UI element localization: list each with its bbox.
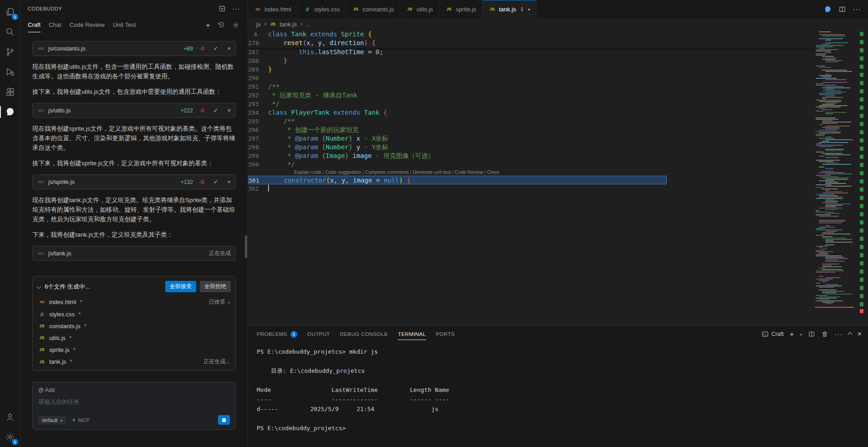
run-debug-icon[interactable] <box>0 62 20 82</box>
terminal-dropdown-icon[interactable] <box>800 333 802 335</box>
js-file-icon: JS <box>38 334 46 341</box>
maximize-panel-icon[interactable] <box>848 332 852 336</box>
minimap[interactable] <box>814 30 856 325</box>
composer: @ Add 请输入你的任务 default MCP <box>32 382 236 430</box>
codelens-action[interactable]: Explain code <box>294 169 321 175</box>
code-editor[interactable]: 4class Tank extends Sprite {278 reset(x,… <box>248 30 814 325</box>
account-icon[interactable] <box>0 407 20 427</box>
sidebar-scrollbar[interactable] <box>245 235 247 258</box>
sidebar-tab-craft[interactable]: Craft <box>28 18 41 32</box>
terminal[interactable]: PS E:\codebuddy_projetcs> mkdir js 目录: E… <box>248 342 868 447</box>
editor-tab-utils-js[interactable]: JS utils.js <box>400 0 439 18</box>
breadcrumb[interactable]: js JS tank.js ... <box>248 18 868 30</box>
add-context-button[interactable]: @ Add <box>38 387 230 393</box>
editor-tab-sprite-js[interactable]: JSsprite.js <box>439 0 482 18</box>
file-card[interactable]: </>js/tank.js正在生成 <box>32 246 236 261</box>
codelens-action[interactable]: Generate unit test <box>413 169 451 175</box>
new-terminal-icon[interactable]: + <box>790 330 794 338</box>
editor-more-icon[interactable]: ··· <box>853 7 861 11</box>
css-file-icon: # <box>304 5 311 13</box>
sidebar-more-icon[interactable]: ··· <box>232 6 240 11</box>
codebuddy-action-icon[interactable] <box>824 5 832 13</box>
stop-generation-button[interactable] <box>218 415 230 425</box>
files-explorer-icon[interactable]: 1 <box>0 2 20 22</box>
breadcrumb-symbol[interactable]: ... <box>306 21 311 28</box>
panel-tab-problems[interactable]: PROBLEMS1 <box>257 326 297 342</box>
codelens-action[interactable]: Complete comments <box>365 169 409 175</box>
file-card[interactable]: </>js/utils.js+222-0✓× <box>32 103 236 118</box>
code-line-293: 293 */ <box>248 100 814 108</box>
codelens-action[interactable]: Code suggestion <box>325 169 361 175</box>
panel-tab-output[interactable]: OUTPUT <box>307 326 330 342</box>
js-file-icon: JS <box>488 5 496 13</box>
sidebar-tab-code-review[interactable]: Code Review <box>70 18 105 32</box>
breadcrumb-folder[interactable]: js <box>256 21 260 28</box>
generated-file-styles-css[interactable]: #styles.css* <box>33 308 235 320</box>
sidebar-tab-strip: CraftChatCode ReviewUnit Test <box>28 18 136 32</box>
editor-tabs: <>index.html#styles.cssJSconstants.jsJS … <box>248 0 537 18</box>
modified-mark: * <box>78 311 81 318</box>
editor-tab-styles-css[interactable]: #styles.css <box>298 0 346 18</box>
line-number: 295 <box>248 117 268 126</box>
code-line-299: 299 * @param {Image} image - 坦克图像（可选） <box>248 152 814 160</box>
generated-file-sprite-js[interactable]: JSsprite.js* <box>33 344 235 356</box>
line-number: 300 <box>248 160 268 169</box>
panel-tab-ports[interactable]: PORTS <box>436 326 455 342</box>
sidebar-tab-unit-test[interactable]: Unit Test <box>113 18 136 32</box>
extensions-icon[interactable] <box>0 82 20 102</box>
reject-file-button[interactable]: × <box>227 107 231 114</box>
terminal-line: 目录: E:\codebuddy_projetcs <box>257 366 868 376</box>
history-icon[interactable] <box>216 20 225 30</box>
reject-file-button[interactable]: × <box>227 45 231 52</box>
tab-label: styles.css <box>314 6 340 13</box>
model-selector[interactable]: default <box>38 416 66 424</box>
line-number: 293 <box>248 100 268 108</box>
search-icon[interactable] <box>0 22 20 42</box>
file-name: utils.js <box>49 335 66 341</box>
generated-file-index-html[interactable]: <>index.html*已接受 <box>33 296 235 308</box>
editor-tab-tank-js[interactable]: JStank.js1● <box>482 0 537 18</box>
problems-badge: 1 <box>290 331 297 338</box>
split-editor-icon[interactable] <box>838 5 846 13</box>
codelens-action[interactable]: Close <box>487 169 499 175</box>
settings-badge: 1 <box>12 439 18 445</box>
generated-file-utils-js[interactable]: JSutils.js* <box>33 332 235 344</box>
editor-tab-index-html[interactable]: <>index.html <box>248 0 298 18</box>
close-panel-icon[interactable]: × <box>858 330 862 338</box>
codelens-action[interactable]: Code Review <box>455 169 483 175</box>
codebuddy-icon[interactable] <box>0 102 20 122</box>
accept-file-button[interactable]: ✓ <box>213 45 218 52</box>
kill-terminal-icon[interactable] <box>821 330 828 338</box>
chat-settings-icon[interactable] <box>231 20 240 30</box>
add-panel-icon[interactable] <box>218 4 227 13</box>
panel-more-icon[interactable]: ··· <box>834 332 843 336</box>
source-control-icon[interactable] <box>0 42 20 62</box>
sidebar-tab-chat[interactable]: Chat <box>49 18 61 32</box>
bottom-panel: PROBLEMS1OUTPUTDEBUG CONSOLETERMINALPORT… <box>248 325 868 447</box>
editor-tab-constants-js[interactable]: JSconstants.js <box>346 0 401 18</box>
collapse-chevron-icon[interactable] <box>37 284 41 289</box>
panel-tab-debug-console[interactable]: DEBUG CONSOLE <box>340 326 388 342</box>
reject-file-button[interactable]: × <box>227 178 231 185</box>
editor-tab-bar: <>index.html#styles.cssJSconstants.jsJS … <box>248 0 868 18</box>
mcp-button[interactable]: MCP <box>71 417 90 423</box>
terminal-line <box>257 356 868 366</box>
task-input[interactable]: 请输入你的任务 <box>38 398 230 415</box>
code-line-297: 297 * @param {Number} x - X坐标 <box>248 134 814 143</box>
reject-all-button[interactable]: 全部拒绝 <box>200 281 231 292</box>
new-chat-icon[interactable]: + <box>206 21 210 29</box>
code-line-289: 289} <box>248 65 814 74</box>
modified-mark: * <box>70 358 72 365</box>
accept-file-button[interactable]: ✓ <box>213 107 218 114</box>
generated-file-tank-js[interactable]: JStank.js*正在生成... <box>33 356 235 368</box>
terminal-profile[interactable]: Craft <box>761 330 784 338</box>
breadcrumb-file[interactable]: tank.js <box>279 21 297 28</box>
settings-gear-icon[interactable]: 1 <box>0 427 20 447</box>
accept-file-button[interactable]: ✓ <box>213 178 218 185</box>
accept-all-button[interactable]: 全部接受 <box>165 281 196 292</box>
panel-tab-terminal[interactable]: TERMINAL <box>398 326 426 342</box>
generated-file-constants-js[interactable]: JSconstants.js* <box>33 320 235 332</box>
split-terminal-icon[interactable] <box>808 330 815 338</box>
file-card[interactable]: </>js/constants.js+89-0✓× <box>32 41 236 56</box>
file-card[interactable]: </>js/sprite.js+132-0✓× <box>32 174 236 189</box>
